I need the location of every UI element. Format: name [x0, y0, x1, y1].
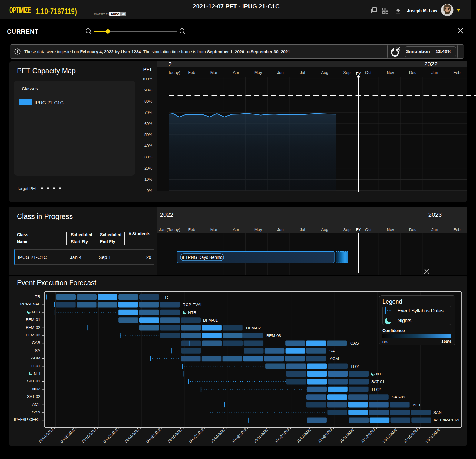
svg-text:NTR: NTR	[188, 310, 197, 315]
svg-text:CAS: CAS	[350, 341, 359, 345]
svg-text:Mar: Mar	[210, 70, 218, 75]
svg-text:BFM-01: BFM-01	[203, 318, 218, 322]
svg-text:SAT-01: SAT-01	[371, 379, 385, 384]
svg-text:08/08/2022: 08/08/2022	[59, 428, 76, 444]
svg-text:Jun: Jun	[277, 227, 284, 232]
svg-text:Nov: Nov	[387, 227, 394, 232]
svg-text:Aug: Aug	[321, 227, 328, 232]
svg-text:8 TRNG Days Behind: 8 TRNG Days Behind	[182, 255, 222, 260]
svg-text:10/01/2022: 10/01/2022	[210, 428, 226, 444]
svg-text:08/01/2022: 08/01/2022	[38, 428, 54, 444]
svg-text:SAN: SAN	[433, 410, 442, 415]
svg-text:Apr: Apr	[233, 227, 240, 232]
svg-text:12/15/2022: 12/15/2022	[425, 428, 441, 444]
svg-text:Oct: Oct	[365, 227, 372, 232]
svg-text:Jul: Jul	[300, 227, 305, 232]
svg-text:TI-02: TI-02	[371, 387, 381, 392]
svg-text:2023: 2023	[428, 211, 442, 218]
svg-text:08/15/2022: 08/15/2022	[81, 428, 97, 444]
svg-text:Sep: Sep	[343, 227, 350, 232]
svg-text:2022: 2022	[160, 211, 174, 218]
svg-text:SAT-02: SAT-02	[392, 395, 405, 399]
svg-text:May: May	[254, 227, 262, 232]
svg-text:10/08/2022: 10/08/2022	[231, 428, 248, 444]
svg-text:TI-01: TI-01	[350, 364, 360, 369]
svg-text:11/01/2022: 11/01/2022	[296, 428, 312, 444]
svg-text:12/01/2022: 12/01/2022	[382, 428, 398, 444]
svg-text:11/08/2022: 11/08/2022	[317, 428, 334, 444]
svg-text:Feb: Feb	[453, 227, 460, 232]
svg-text:Dec: Dec	[409, 70, 416, 75]
svg-text:Apr: Apr	[233, 70, 240, 75]
svg-text:Jan: Jan	[431, 227, 438, 232]
svg-text:09/01/2022: 09/01/2022	[124, 428, 140, 444]
svg-text:Jul: Jul	[300, 70, 305, 75]
svg-text:BFM-02: BFM-02	[246, 326, 261, 330]
svg-text:Dec: Dec	[409, 227, 416, 232]
svg-text:Feb: Feb	[453, 70, 460, 75]
svg-text:09/15/2022: 09/15/2022	[167, 428, 183, 444]
svg-text:09/08/2022: 09/08/2022	[145, 428, 162, 444]
svg-text:TR: TR	[163, 295, 168, 299]
svg-text:Aug: Aug	[321, 70, 328, 75]
svg-text:RCP-EVAL: RCP-EVAL	[183, 302, 203, 307]
svg-text:11/15/2022: 11/15/2022	[339, 428, 355, 444]
svg-text:NTI: NTI	[376, 372, 383, 376]
svg-text:09/22/2022: 09/22/2022	[188, 428, 205, 444]
svg-text:BFM-03: BFM-03	[266, 333, 281, 338]
svg-text:10/15/2022: 10/15/2022	[253, 428, 269, 444]
svg-text:Jan: Jan	[431, 70, 438, 75]
svg-text:2022: 2022	[424, 61, 438, 68]
svg-text:12/15/2022: 12/15/2022	[403, 428, 419, 444]
svg-text:Nov: Nov	[387, 70, 394, 75]
svg-text:Feb: Feb	[188, 70, 195, 75]
svg-text:SA: SA	[329, 349, 335, 353]
svg-text:FY: FY	[356, 227, 361, 232]
svg-text:IPFE/IP-CERT: IPFE/IP-CERT	[434, 418, 460, 422]
svg-text:Feb: Feb	[188, 227, 195, 232]
svg-text:10/22/2022: 10/22/2022	[274, 428, 290, 444]
svg-text:Sep: Sep	[343, 70, 350, 75]
svg-text:11/22/2022: 11/22/2022	[360, 428, 377, 444]
svg-text:May: May	[254, 70, 262, 75]
svg-text:ACM: ACM	[330, 356, 339, 361]
svg-text:ACT: ACT	[413, 403, 421, 407]
svg-text:Jun: Jun	[277, 70, 284, 75]
svg-text:Jan (Today): Jan (Today)	[159, 227, 180, 232]
svg-text:08/22/2022: 08/22/2022	[102, 428, 119, 444]
svg-text:Mar: Mar	[210, 227, 218, 232]
svg-text:FY: FY	[356, 71, 361, 76]
svg-text:Oct: Oct	[365, 70, 372, 75]
